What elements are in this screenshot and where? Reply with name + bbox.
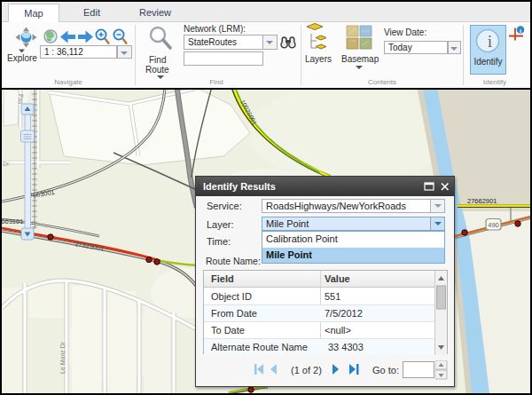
svg-text:i: i <box>520 28 521 35</box>
svg-text:27663101: 27663101 <box>2 217 23 225</box>
svg-text:490: 490 <box>488 221 499 229</box>
svg-text:Le Manz Dr: Le Manz Dr <box>59 341 66 374</box>
svg-text:Dr: Dr <box>3 161 10 167</box>
svg-text:i: i <box>488 33 492 51</box>
svg-text:27662901: 27662901 <box>467 197 497 205</box>
svg-text:Identify: Identify <box>473 57 502 67</box>
svg-text:Pas: Pas <box>18 94 24 105</box>
